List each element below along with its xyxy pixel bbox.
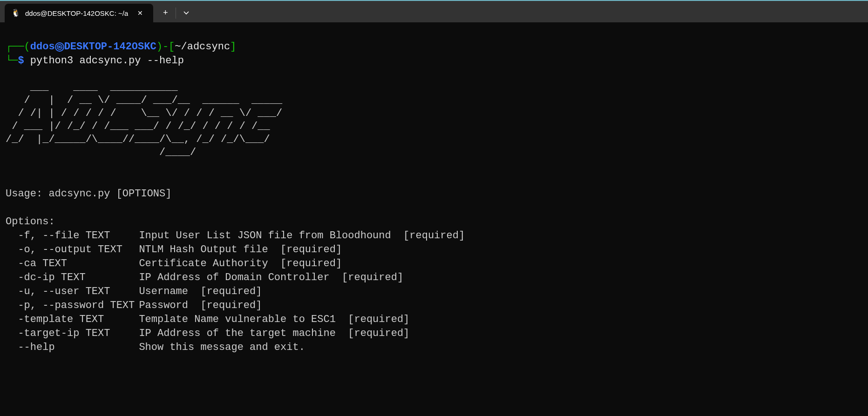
option-desc: IP Address of the target machine [requir… xyxy=(139,328,409,339)
prompt-user: ddos xyxy=(30,41,55,53)
new-tab-button[interactable]: + xyxy=(155,4,176,22)
prompt-corner-top: ┌── xyxy=(6,41,24,53)
tab-actions: + xyxy=(155,4,197,22)
ascii-line: / /| | / / / / / \__ \/ / / / __ \/ ___/ xyxy=(6,107,282,119)
close-tab-button[interactable]: ✕ xyxy=(134,7,147,20)
prompt-close-paren: ) xyxy=(156,41,163,53)
tab-dropdown-button[interactable] xyxy=(176,4,197,22)
ascii-line: / | / __ \/ ____/ ___/__ ______ _____ xyxy=(6,94,282,106)
option-desc: Template Name vulnerable to ESC1 [requir… xyxy=(139,314,409,325)
option-flag: -o, --output TEXT xyxy=(18,243,139,257)
penguin-icon: 🐧 xyxy=(11,9,20,17)
prompt-corner-bottom: └─ xyxy=(6,55,18,67)
option-flag: -f, --file TEXT xyxy=(18,229,139,243)
prompt-host: DESKTOP-142OSKC xyxy=(64,41,156,53)
prompt-path: ~/adcsync xyxy=(175,41,230,53)
option-row: -ca TEXTCertificate Authority [required] xyxy=(6,258,342,269)
option-row: -f, --file TEXTInput User List JSON file… xyxy=(6,230,465,242)
option-flag: -template TEXT xyxy=(18,313,139,327)
kali-icon: ㉿ xyxy=(55,42,64,52)
option-row: -template TEXTTemplate Name vulnerable t… xyxy=(6,314,409,325)
prompt-open-paren: ( xyxy=(24,41,30,53)
option-desc: NTLM Hash Output file [required] xyxy=(139,244,342,255)
tab-active[interactable]: 🐧 ddos@DESKTOP-142OSKC: ~/a ✕ xyxy=(5,4,153,22)
option-desc: Username [required] xyxy=(139,286,262,297)
terminal-body[interactable]: ┌──(ddos㉿DESKTOP-142OSKC)-[~/adcsync] └─… xyxy=(0,22,868,374)
ascii-line: /_/ |_/_____/\____//____/\__, /_/ /_/\__… xyxy=(6,134,282,145)
option-desc: Input User List JSON file from Bloodhoun… xyxy=(139,230,465,242)
options-header: Options: xyxy=(6,216,55,228)
option-desc: IP Address of Domain Controller [require… xyxy=(139,272,403,283)
prompt-lbracket: [ xyxy=(169,41,175,53)
ascii-art: ___ ____ ___________ / | / __ \/ ____/ _… xyxy=(6,68,862,159)
option-row: --helpShow this message and exit. xyxy=(6,342,305,353)
option-flag: -target-ip TEXT xyxy=(18,327,139,341)
prompt-dash: - xyxy=(163,41,169,53)
ascii-line: ___ ____ ___________ xyxy=(6,81,282,93)
option-desc: Password [required] xyxy=(139,300,262,311)
option-row: -u, --user TEXTUsername [required] xyxy=(6,286,262,297)
options-list: -f, --file TEXTInput User List JSON file… xyxy=(6,229,862,355)
prompt-rbracket: ] xyxy=(230,41,236,53)
ascii-line: / ___ |/ /_/ / /___ ___/ / /_/ / / / / /… xyxy=(6,121,282,132)
option-flag: -u, --user TEXT xyxy=(18,285,139,299)
option-row: -target-ip TEXTIP Address of the target … xyxy=(6,328,409,339)
usage-line: Usage: adcsync.py [OPTIONS] xyxy=(6,188,171,200)
title-bar: 🐧 ddos@DESKTOP-142OSKC: ~/a ✕ + xyxy=(0,0,868,22)
option-desc: Certificate Authority [required] xyxy=(139,258,342,269)
option-desc: Show this message and exit. xyxy=(139,342,305,353)
option-row: -p, --password TEXTPassword [required] xyxy=(6,300,262,311)
option-flag: -ca TEXT xyxy=(18,257,139,271)
prompt-symbol: $ xyxy=(18,55,24,67)
option-row: -dc-ip TEXTIP Address of Domain Controll… xyxy=(6,272,403,283)
option-flag: --help xyxy=(18,341,139,355)
ascii-line: /____/ xyxy=(6,147,282,158)
chevron-down-icon xyxy=(183,10,190,16)
command-text: python3 adcsync.py --help xyxy=(30,55,184,67)
option-flag: -dc-ip TEXT xyxy=(18,271,139,285)
option-row: -o, --output TEXTNTLM Hash Output file [… xyxy=(6,244,342,255)
option-flag: -p, --password TEXT xyxy=(18,299,139,313)
tab-title: ddos@DESKTOP-142OSKC: ~/a xyxy=(25,9,128,17)
